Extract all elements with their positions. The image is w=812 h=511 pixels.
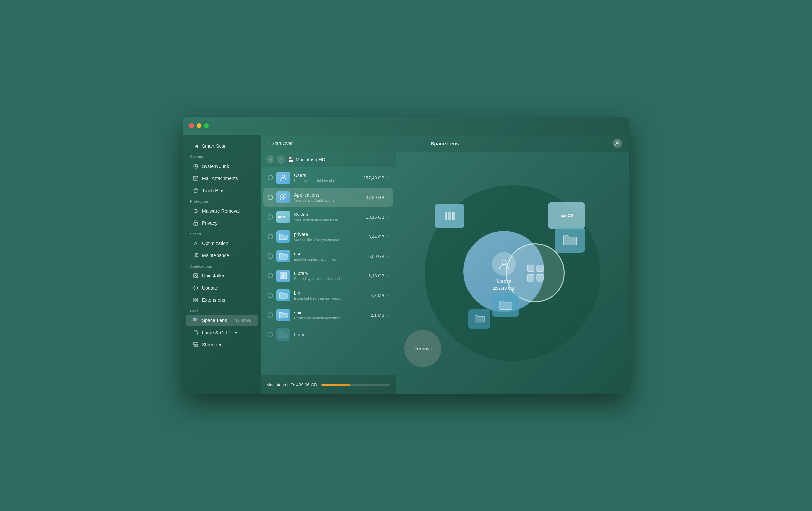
file-row-usr[interactable]: usr macOS configuration files 6,59 GB › <box>263 247 393 266</box>
sidebar-section-applications: Applications <box>183 262 261 270</box>
sidebar-item-extensions[interactable]: Extensions <box>186 294 258 306</box>
disk-icon: 💾 <box>288 157 294 162</box>
file-row-system[interactable]: macOS System Your system files and libra… <box>263 208 393 226</box>
file-info-usr: usr macOS configuration files <box>294 251 365 261</box>
svg-rect-21 <box>537 274 543 281</box>
sidebar-item-maintenance[interactable]: Maintenance <box>186 250 258 261</box>
file-radio-bin[interactable] <box>268 293 273 298</box>
file-icon-sbin <box>276 309 290 321</box>
svg-rect-8 <box>194 300 195 302</box>
sidebar-item-mail-attachments[interactable]: Mail Attachments <box>186 173 258 184</box>
svg-rect-13 <box>281 195 283 197</box>
sidebar-item-updater[interactable]: Updater <box>186 282 258 294</box>
file-radio-sbin[interactable] <box>268 312 273 318</box>
sidebar-item-uninstaller[interactable]: Uninstaller <box>186 270 258 282</box>
file-radio-private[interactable] <box>268 234 273 239</box>
file-size-bin: 4,8 MB <box>371 293 384 298</box>
file-row-applications[interactable]: Applications Your default Applications f… <box>263 188 393 207</box>
folder-bubble-br[interactable] <box>555 227 585 253</box>
sidebar-item-label: Mail Attachments <box>202 176 238 181</box>
minimize-button[interactable] <box>197 123 201 128</box>
file-row-private[interactable]: private Various files for system use 8,4… <box>263 227 393 246</box>
file-row-users[interactable]: Users User account folders of t... 257,4… <box>263 168 393 187</box>
sidebar-item-malware-removal[interactable]: Malware Removal <box>186 205 258 217</box>
file-name-home: home <box>294 332 389 337</box>
file-row-sbin[interactable]: sbin Utilities for system administr... 2… <box>263 306 393 324</box>
svg-rect-15 <box>281 198 283 200</box>
svg-rect-10 <box>193 342 198 345</box>
file-size-library: 6,18 GB <box>368 273 384 278</box>
start-over-button[interactable]: ‹ Start Over <box>268 140 293 146</box>
svg-rect-7 <box>196 298 198 300</box>
sidebar-item-shredder[interactable]: Shredder <box>186 339 258 350</box>
library-bubble[interactable] <box>435 204 464 228</box>
close-button[interactable] <box>189 123 194 128</box>
sidebar-item-system-junk[interactable]: System Junk <box>186 161 258 172</box>
folder-bubble-bl[interactable] <box>492 293 519 317</box>
file-desc-applications: Your default Applications f... <box>294 198 362 202</box>
chevron-icon-sbin: › <box>388 313 389 317</box>
maintenance-icon <box>193 252 199 259</box>
sidebar-item-label: Privacy <box>202 220 218 226</box>
sidebar-item-space-lens[interactable]: 🔍 Space Lens 410,49 GB <box>186 315 258 326</box>
file-icon-applications <box>276 191 290 203</box>
svg-rect-9 <box>196 300 198 302</box>
file-name-users: Users <box>294 173 360 178</box>
sidebar-item-optimization[interactable]: Optimization <box>186 238 258 249</box>
trash-icon <box>193 188 199 194</box>
macos-bubble[interactable]: macOS <box>548 202 585 229</box>
file-row-bin[interactable]: bin Essential files that run your... 4,8… <box>263 286 393 305</box>
file-radio-applications[interactable] <box>268 195 273 200</box>
main-content: ‹ Start Over Space Lens ‹ › 💾 <box>261 135 629 394</box>
file-icon-users <box>276 172 290 184</box>
file-name-system: System <box>294 212 362 217</box>
sidebar-item-label: Maintenance <box>202 253 229 258</box>
sidebar-section-speed: Speed <box>183 229 261 237</box>
large-files-icon <box>193 330 199 336</box>
file-name-bin: bin <box>294 290 367 296</box>
file-desc-bin: Essential files that run your... <box>294 296 367 300</box>
uninstaller-icon <box>193 273 199 279</box>
sidebar-item-label: Extensions <box>202 297 225 303</box>
sidebar-item-trash-bins[interactable]: Trash Bins <box>186 185 258 196</box>
sidebar-section-files: Files <box>183 306 261 314</box>
updater-icon <box>193 285 199 291</box>
viz-panel: Users 257,43 GB <box>396 152 629 394</box>
top-bar: ‹ Start Over Space Lens <box>261 135 629 152</box>
file-radio-usr[interactable] <box>268 253 273 259</box>
progress-bar-track <box>321 384 390 386</box>
remove-button[interactable]: Remove <box>404 330 441 367</box>
mail-icon <box>193 175 199 181</box>
sidebar-item-privacy[interactable]: Privacy <box>186 217 258 229</box>
file-name-usr: usr <box>294 251 365 257</box>
file-row-library[interactable]: Library Shared system libraries and... 6… <box>263 266 393 285</box>
maximize-button[interactable] <box>204 123 209 128</box>
file-radio-home[interactable] <box>268 332 273 337</box>
file-radio-users[interactable] <box>268 175 273 180</box>
file-size-users: 257,43 GB <box>363 175 384 180</box>
sidebar-item-label: Optimization <box>202 241 228 246</box>
file-info-private: private Various files for system use <box>294 232 365 242</box>
file-desc-usr: macOS configuration files <box>294 257 365 261</box>
file-icon-system: macOS <box>276 211 290 223</box>
sidebar-item-large-old-files[interactable]: Large & Old Files <box>186 327 258 338</box>
optimization-icon <box>193 240 199 246</box>
file-size-usr: 6,59 GB <box>368 254 384 259</box>
file-name-sbin: sbin <box>294 310 367 315</box>
file-row-home[interactable]: home <box>263 325 393 344</box>
file-radio-system[interactable] <box>268 214 273 220</box>
window-content: 🖥 Smart Scan Cleanup System Junk Mail At… <box>183 135 629 394</box>
folder-bubble-sm[interactable] <box>468 309 490 329</box>
nav-back-button[interactable]: ‹ <box>266 155 274 164</box>
sidebar-item-label: Large & Old Files <box>202 330 238 335</box>
sidebar-item-smart-scan[interactable]: 🖥 Smart Scan <box>186 140 258 152</box>
chevron-icon-bin: › <box>388 293 389 298</box>
nav-forward-button[interactable]: › <box>277 155 285 164</box>
space-lens-icon: 🔍 <box>193 317 199 323</box>
file-radio-library[interactable] <box>268 273 273 278</box>
privacy-icon <box>193 220 199 226</box>
file-size-private: 8,44 GB <box>368 234 384 239</box>
malware-icon <box>193 208 199 214</box>
sidebar: 🖥 Smart Scan Cleanup System Junk Mail At… <box>183 135 261 394</box>
file-icon-bin <box>276 289 290 301</box>
